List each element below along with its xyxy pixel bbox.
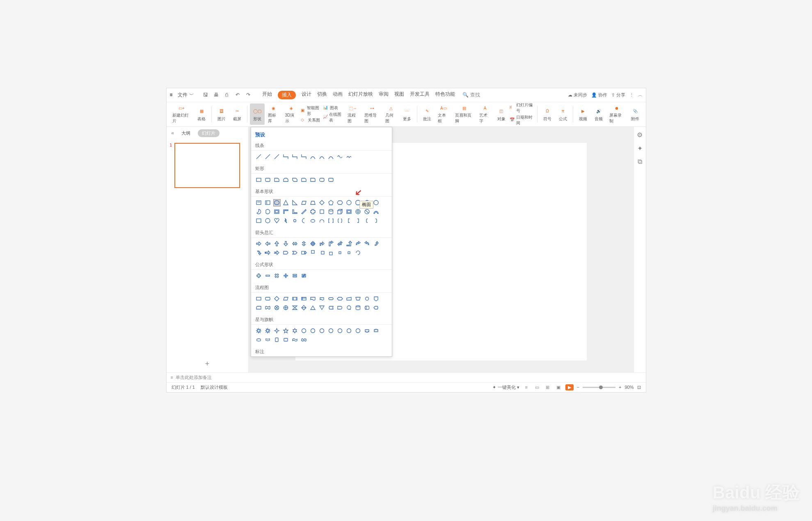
shape-vtextbox[interactable] [264, 199, 272, 207]
outline-tab[interactable]: 大纲 [178, 129, 194, 137]
shape-arrow-callout-d[interactable] [309, 249, 317, 257]
collapse-ribbon-icon[interactable]: ︿ [638, 92, 643, 98]
shape-no[interactable] [364, 208, 371, 216]
textbox-button[interactable]: A▭文本框 [435, 103, 451, 125]
mindmap-button[interactable]: ⊶思维导图 [362, 103, 382, 125]
shape-ribbon-curved-down[interactable] [264, 336, 272, 344]
shape-round2-same[interactable] [318, 176, 326, 184]
shape-equal[interactable] [291, 272, 299, 280]
icon-lib-button[interactable]: ◉图标库 [265, 103, 281, 125]
hamburger-icon[interactable]: ≡ [170, 92, 173, 98]
shape-scribble[interactable] [345, 153, 353, 161]
tab-slideshow[interactable]: 幻灯片放映 [348, 91, 373, 99]
shape-divide[interactable] [282, 272, 290, 280]
zoom-slider[interactable] [583, 387, 615, 388]
object-button[interactable]: ◫对象 [494, 103, 509, 125]
shape-star16[interactable] [336, 327, 344, 335]
shape-can[interactable] [327, 208, 335, 216]
shape-star5[interactable] [282, 327, 290, 335]
shape-arrow-leftup[interactable] [336, 240, 344, 248]
shape-elbow-double[interactable] [300, 153, 308, 161]
shape-arrow-circular[interactable] [355, 249, 362, 257]
shape-arrow-curved-left[interactable] [364, 240, 371, 248]
print-preview-icon[interactable]: ⎙ [224, 92, 230, 98]
audio-button[interactable]: 🔊音频 [591, 103, 606, 125]
shape-plaque[interactable] [318, 208, 326, 216]
shape-fc-magdisk[interactable] [355, 304, 362, 312]
shape-heart[interactable] [273, 217, 281, 225]
shape-oval[interactable] [273, 199, 281, 207]
shape-fc-data[interactable] [282, 295, 290, 303]
shape-right-triangle[interactable] [291, 199, 299, 207]
shape-elbow-arrow[interactable] [291, 153, 299, 161]
shape-curve[interactable] [309, 153, 317, 161]
shape-cube[interactable] [336, 208, 344, 216]
shape-bracket-right[interactable] [355, 217, 362, 225]
shape-trapezoid[interactable] [309, 199, 317, 207]
shape-fc-manual-op[interactable] [355, 295, 362, 303]
search-box[interactable]: 🔍 查找 [462, 92, 480, 99]
play-button[interactable]: ▶ [565, 384, 574, 390]
shape-star4[interactable] [273, 327, 281, 335]
view-notes-icon[interactable]: ≡ [523, 383, 530, 391]
video-button[interactable]: ▶视频 [576, 103, 590, 125]
zoom-value[interactable]: 90% [624, 385, 634, 390]
notes-icon[interactable]: ≡ [171, 375, 173, 380]
tab-review[interactable]: 审阅 [379, 91, 389, 99]
shape-fc-connector[interactable] [364, 295, 371, 303]
tab-design[interactable]: 设计 [302, 91, 311, 99]
formula-button[interactable]: π公式 [556, 103, 570, 125]
shape-l[interactable] [291, 208, 299, 216]
shape-freeform[interactable] [336, 153, 344, 161]
shape-star12[interactable] [327, 327, 335, 335]
shape-moon[interactable] [300, 217, 308, 225]
tab-insert[interactable]: 插入 [278, 91, 296, 99]
shape-bevel[interactable] [345, 208, 353, 216]
shape-fc-or[interactable] [282, 304, 290, 312]
print-icon[interactable]: 🖶 [213, 92, 220, 98]
shape-arrow-pentagon[interactable] [282, 249, 290, 257]
shape-round-rect[interactable] [264, 176, 272, 184]
view-reading-icon[interactable]: ▣ [555, 383, 562, 391]
shape-fc-stored[interactable] [327, 304, 335, 312]
tab-devtools[interactable]: 开发工具 [410, 91, 430, 99]
datetime-button[interactable]: 📅日期和时间 [510, 115, 535, 126]
sync-status[interactable]: ☁ 未同步 [568, 92, 587, 98]
shape-arrow-callout-quad[interactable] [345, 249, 353, 257]
shape-heptagon[interactable] [345, 199, 353, 207]
shape-fc-collate[interactable] [291, 304, 299, 312]
shape-arrow-quad[interactable] [309, 240, 317, 248]
view-sorter-icon[interactable]: ⊞ [544, 383, 551, 391]
shape-diamond[interactable] [318, 199, 326, 207]
shape-arrow-striped[interactable] [264, 249, 272, 257]
notes-placeholder[interactable]: 单击此处添加备注 [176, 374, 212, 381]
tab-animation[interactable]: 动画 [333, 91, 343, 99]
shape-brace-pair[interactable] [336, 217, 344, 225]
shape-fc-card[interactable] [255, 304, 263, 312]
shape-star32[interactable] [355, 327, 362, 335]
shape-line-double[interactable] [273, 153, 281, 161]
shape-fc-directaccess[interactable] [364, 304, 371, 312]
magic-icon[interactable]: ✦ [637, 145, 643, 152]
shape-arrow-leftright[interactable] [291, 240, 299, 248]
slide-thumbnail[interactable] [174, 143, 240, 188]
screenshot-button[interactable]: ✂截屏 [230, 103, 245, 125]
fit-icon[interactable]: ⊡ [637, 385, 641, 390]
shape-star10[interactable] [318, 327, 326, 335]
shape-sun[interactable] [291, 217, 299, 225]
slides-tab[interactable]: 幻灯片 [198, 129, 220, 137]
save-icon[interactable]: 🖫 [202, 92, 209, 98]
shape-dodecagon[interactable] [373, 199, 380, 207]
shape-arrow-bent-up[interactable] [345, 240, 353, 248]
attachment-button[interactable]: 📎附件 [628, 103, 643, 125]
shape-block-arc[interactable] [373, 208, 380, 216]
shape-parallelogram[interactable] [300, 199, 308, 207]
comment-button[interactable]: ✎批注 [420, 103, 435, 125]
shape-fc-multidoc[interactable] [318, 295, 326, 303]
shape-pentagon[interactable] [327, 199, 335, 207]
shape-donut[interactable] [355, 208, 362, 216]
shape-brace-right[interactable] [373, 217, 380, 225]
shape-arrow-down[interactable] [282, 240, 290, 248]
shape-rect[interactable] [255, 176, 263, 184]
shape-chord[interactable] [264, 208, 272, 216]
